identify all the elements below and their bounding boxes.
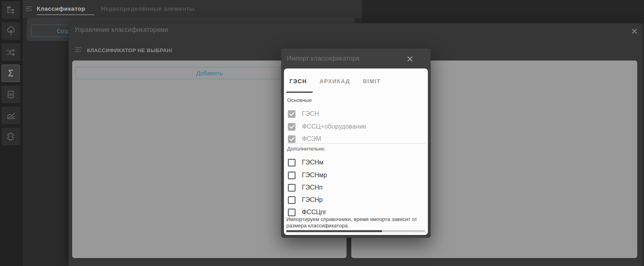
tab-archicad[interactable]: АРХИКАД: [319, 78, 350, 84]
tab-classifier[interactable]: Классификатор: [37, 5, 85, 12]
tab-gesn[interactable]: ГЭСН: [290, 78, 307, 84]
active-tab-underline: [37, 14, 95, 15]
modal-close-icon[interactable]: ✕: [404, 54, 416, 65]
checkbox-label: ФССЦпг: [302, 209, 327, 216]
dialog-close-icon[interactable]: ✕: [629, 26, 640, 37]
sigma-icon[interactable]: Σ: [2, 65, 20, 82]
chart-icon[interactable]: [2, 107, 20, 124]
section-divider: [286, 143, 425, 144]
checkbox-checked-disabled[interactable]: [288, 110, 295, 118]
top-toolbar: Классификатор Нераспределённые элементы: [23, 0, 362, 18]
checkbox-row: ГЭСНм: [288, 158, 323, 166]
section-label-main: Основные: [287, 97, 312, 103]
svg-text:2D: 2D: [8, 92, 13, 96]
app-root: Σ 2D Классифик: [0, 0, 644, 266]
tree-icon[interactable]: [2, 22, 20, 40]
hierarchy-icon[interactable]: [2, 1, 20, 19]
modal-title: Импорт классификатора: [287, 55, 360, 62]
sort-lines-icon[interactable]: [26, 6, 33, 14]
checkbox-row: ГЭСНр: [288, 196, 323, 204]
checkbox-row: ГЭСНп: [288, 184, 323, 192]
2d-document-icon[interactable]: 2D: [2, 86, 20, 103]
checkbox-label: ГЭСНп: [302, 184, 323, 191]
checkbox-label: ФСЭМ: [302, 135, 321, 143]
checkbox-label: ГЭСНм: [302, 159, 323, 166]
modal-tabs: ГЭСН АРХИКАД BIMIT: [290, 78, 381, 84]
tab-unallocated-elements[interactable]: Нераспределённые элементы: [101, 5, 195, 12]
classifier-not-selected-label: КЛАССИФИКАТОР НЕ ВЫБРАН!: [87, 47, 173, 53]
checkbox-row: ГЭСНмр: [288, 171, 327, 179]
checkbox-row: ФССЦпг: [288, 208, 327, 216]
checkbox-row: ГЭСН: [288, 110, 319, 118]
icon-sidebar: Σ 2D: [0, 0, 23, 266]
tab-bimit[interactable]: BIMIT: [363, 78, 381, 84]
checkbox-unchecked[interactable]: [288, 184, 295, 192]
import-progress-bar: [286, 230, 425, 232]
top-right-panel-header: [362, 0, 644, 23]
modal-active-tab-underline: [286, 92, 313, 93]
checkbox-label: ГЭСН: [302, 110, 319, 117]
add-classifier-label: Добавить: [196, 70, 223, 76]
checkbox-label: ГЭСНр: [302, 196, 323, 203]
checkbox-unchecked[interactable]: [288, 172, 295, 179]
checkbox-unchecked[interactable]: [288, 209, 295, 216]
checkbox-unchecked[interactable]: [288, 159, 295, 166]
modal-content: ГЭСН АРХИКАД BIMIT Основные ГЭСН ФССЦ+об…: [284, 68, 428, 235]
checkbox-checked-disabled[interactable]: [288, 135, 295, 143]
checkbox-row: ФССЦ+оборудование: [288, 123, 366, 131]
sort-lines-icon: [75, 47, 83, 55]
checkbox-unchecked[interactable]: [288, 196, 295, 204]
dialog-title: Управление классификаторами: [74, 26, 168, 33]
shuffle-icon[interactable]: [2, 43, 20, 61]
checkbox-checked-disabled[interactable]: [288, 123, 295, 131]
import-caption: Импортируем справочники, время импорта з…: [286, 216, 425, 229]
section-label-additional: Дополнительно: [287, 146, 325, 152]
puzzle-icon[interactable]: [2, 128, 20, 145]
checkbox-label: ФССЦ+оборудование: [302, 123, 366, 130]
checkbox-label: ГЭСНмр: [302, 172, 327, 179]
checkbox-row: ФСЭМ: [288, 135, 321, 143]
sigma-glyph: Σ: [8, 68, 14, 79]
import-progress-fill: [286, 230, 382, 232]
import-classifier-modal: Импорт классификатора ✕ ГЭСН АРХИКАД BIM…: [281, 49, 431, 238]
